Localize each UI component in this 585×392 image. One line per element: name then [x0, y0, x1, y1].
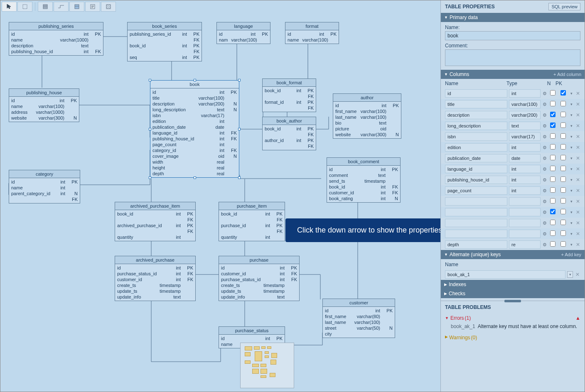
comment-input[interactable]	[445, 49, 580, 66]
entity-book-comment[interactable]: book_comment idintPKcommenttextsend_tsti…	[327, 157, 401, 203]
column-type-input[interactable]	[509, 240, 541, 249]
nullable-checkbox[interactable]	[550, 133, 556, 139]
gear-icon[interactable]: ⚙	[542, 177, 547, 183]
column-type-input[interactable]	[509, 111, 541, 119]
chevron-down-icon[interactable]: ▾	[569, 113, 574, 117]
expand-key-icon[interactable]: ▾	[567, 271, 573, 278]
nullable-checkbox[interactable]	[550, 187, 556, 193]
chevron-down-icon[interactable]: ▾	[569, 210, 574, 214]
chevron-down-icon[interactable]: ▾	[569, 221, 574, 225]
section-indexes[interactable]: ▶ Indexes	[441, 280, 585, 289]
gear-icon[interactable]: ⚙	[542, 156, 547, 161]
column-type-input[interactable]	[509, 197, 541, 206]
chevron-down-icon[interactable]: ▾	[569, 199, 574, 203]
delete-key-icon[interactable]: ✕	[575, 272, 580, 277]
pk-checkbox[interactable]	[560, 230, 566, 236]
sql-preview-button[interactable]: SQL preview	[548, 3, 580, 10]
region-tool[interactable]	[101, 2, 116, 12]
column-name-input[interactable]	[445, 165, 507, 173]
delete-icon[interactable]: ✕	[575, 123, 580, 129]
column-name-input[interactable]	[445, 122, 507, 130]
column-type-input[interactable]	[509, 122, 541, 130]
column-type-input[interactable]	[509, 100, 541, 108]
pk-checkbox[interactable]	[560, 101, 566, 106]
chevron-down-icon[interactable]: ▾	[569, 124, 574, 128]
section-checks[interactable]: ▶ Checks	[441, 289, 585, 298]
entity-language[interactable]: language idintPKnamvarchar(100)	[216, 22, 270, 44]
entity-format[interactable]: format idintPKnamevarchar(100)	[285, 22, 339, 44]
pk-checkbox[interactable]	[560, 176, 566, 182]
entity-publishing-series[interactable]: publishing_series idintPKnamevarchar(100…	[9, 22, 103, 56]
column-name-input[interactable]	[445, 111, 507, 119]
splitter-handle[interactable]	[504, 300, 521, 302]
column-type-input[interactable]	[509, 230, 541, 238]
column-type-input[interactable]	[509, 154, 541, 162]
minimap[interactable]	[240, 343, 294, 388]
chevron-down-icon[interactable]: ▾	[569, 178, 574, 182]
column-name-input[interactable]	[445, 219, 507, 227]
entity-archived-purchase-item[interactable]: archived_purchase_item book_idintPK FKar…	[115, 202, 196, 241]
column-name-input[interactable]	[445, 197, 507, 206]
column-name-input[interactable]	[445, 208, 507, 216]
nullable-checkbox[interactable]	[550, 101, 556, 106]
pk-checkbox[interactable]	[560, 133, 566, 139]
delete-icon[interactable]: ✕	[575, 242, 580, 247]
entity-book-author[interactable]: book_author book_idintPK FKauthor_idintP…	[262, 117, 316, 150]
column-type-input[interactable]	[509, 176, 541, 184]
pk-checkbox[interactable]	[560, 144, 566, 149]
nullable-checkbox[interactable]	[550, 220, 556, 225]
column-type-input[interactable]	[509, 219, 541, 227]
gear-icon[interactable]: ⚙	[542, 102, 547, 107]
column-name-input[interactable]	[445, 100, 507, 108]
marquee-tool[interactable]	[17, 2, 32, 12]
gear-icon[interactable]: ⚙	[542, 188, 547, 194]
section-primary-data[interactable]: ▼ Primary data	[441, 13, 585, 22]
diagram-canvas[interactable]: publishing_series idintPKnamevarchar(100…	[0, 0, 440, 392]
delete-icon[interactable]: ✕	[575, 231, 580, 237]
gear-icon[interactable]: ⚙	[542, 113, 547, 118]
column-type-input[interactable]	[509, 132, 541, 141]
relation-tool[interactable]	[54, 2, 69, 12]
nullable-checkbox[interactable]	[550, 122, 556, 128]
entity-purchase[interactable]: purchase idintPKcustomer_idintFKpurchase…	[219, 256, 300, 301]
pk-checkbox[interactable]	[560, 198, 566, 203]
column-type-input[interactable]	[509, 89, 541, 98]
gear-icon[interactable]: ⚙	[542, 123, 547, 129]
column-name-input[interactable]	[445, 240, 507, 249]
pk-checkbox[interactable]	[560, 166, 566, 171]
delete-icon[interactable]: ✕	[575, 209, 580, 215]
chevron-down-icon[interactable]: ▾	[569, 156, 574, 160]
alt-key-name-input[interactable]	[445, 270, 565, 279]
entity-book-format[interactable]: book_format book_idintPK FKformat_idintP…	[262, 78, 316, 112]
column-type-input[interactable]	[509, 165, 541, 173]
delete-icon[interactable]: ✕	[575, 166, 580, 172]
column-type-input[interactable]	[509, 143, 541, 152]
nullable-checkbox[interactable]	[550, 144, 556, 149]
nullable-checkbox[interactable]	[550, 90, 556, 96]
chevron-down-icon[interactable]: ▾	[569, 135, 574, 139]
entity-customer[interactable]: customer idintPKfirst_namevarchar(80)las…	[322, 299, 395, 338]
delete-icon[interactable]: ✕	[575, 177, 580, 183]
add-key-link[interactable]: + Add key	[561, 252, 581, 257]
nullable-checkbox[interactable]	[550, 209, 556, 214]
delete-icon[interactable]: ✕	[575, 101, 580, 107]
gear-icon[interactable]: ⚙	[542, 210, 547, 215]
chevron-down-icon[interactable]: ▾	[569, 243, 574, 247]
column-name-input[interactable]	[445, 186, 507, 195]
gear-icon[interactable]: ⚙	[542, 145, 547, 150]
nullable-checkbox[interactable]	[550, 112, 556, 117]
column-name-input[interactable]	[445, 132, 507, 141]
nullable-checkbox[interactable]	[550, 176, 556, 182]
section-columns[interactable]: ▼ Columns + Add column	[441, 70, 585, 79]
column-name-input[interactable]	[445, 230, 507, 238]
table-name-input[interactable]	[445, 31, 580, 40]
pk-checkbox[interactable]	[560, 155, 566, 160]
warnings-toggle[interactable]: ▶ Warnings (0)	[441, 333, 585, 342]
view-tool[interactable]	[69, 2, 84, 12]
pk-checkbox[interactable]	[560, 187, 566, 193]
pk-checkbox[interactable]	[560, 122, 566, 128]
entity-archived-purchase[interactable]: archived_purchase idintPKpurchase_status…	[115, 256, 196, 301]
column-type-input[interactable]	[509, 208, 541, 216]
column-name-input[interactable]	[445, 176, 507, 184]
entity-book[interactable]: book idintPKtitlevarchar(100)description…	[150, 80, 239, 178]
